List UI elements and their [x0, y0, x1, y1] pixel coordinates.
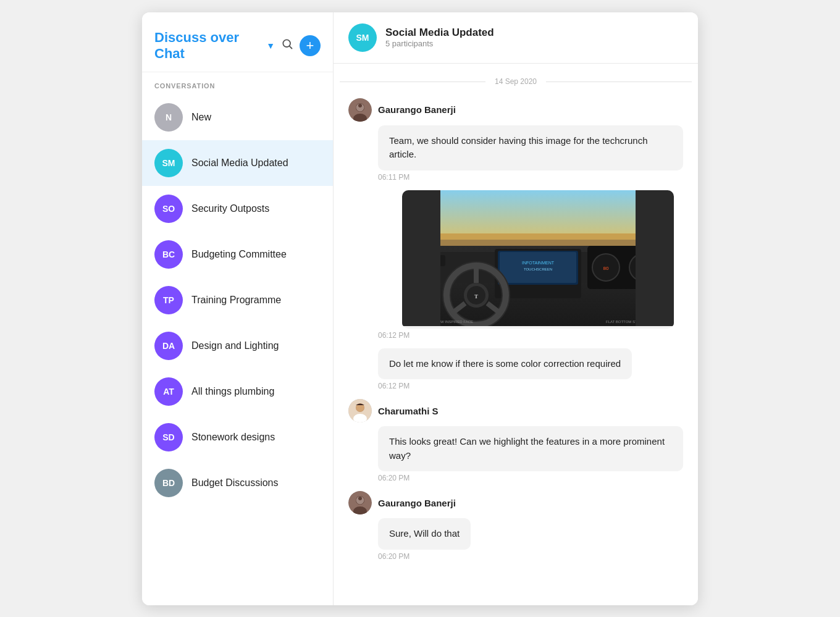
message-bubble: This looks great! Can we highlight the f… — [378, 426, 683, 471]
sidebar: Discuss over Chat ▼ + CONVERSATION NNewS… — [142, 12, 334, 605]
conversation-name: New — [191, 112, 211, 123]
message-group: Charumathi SThis looks great! Can we hig… — [334, 394, 698, 471]
sidebar-item-plumbing[interactable]: ATAll things plumbing — [142, 369, 333, 414]
svg-text:80: 80 — [603, 266, 608, 271]
message-bubble-row-image: ••• — [348, 190, 683, 329]
message-bubble-row: Sure, Will do that — [348, 518, 683, 550]
message-author-row: Gaurango Banerji — [348, 491, 683, 514]
sidebar-item-social-media[interactable]: SMSocial Media Updated — [142, 140, 333, 186]
conversation-section-label: CONVERSATION — [142, 72, 333, 94]
message-image-bubble: INFOTAINMENT TOUCHSCREEN T — [402, 190, 674, 329]
title-dropdown-arrow[interactable]: ▼ — [266, 41, 275, 51]
message-author-row: Gaurango Banerji — [348, 98, 683, 122]
conversation-name: Stonework designs — [191, 432, 275, 443]
message-group: Gaurango BanerjiTeam, we should consider… — [334, 93, 698, 170]
svg-rect-44 — [402, 190, 440, 326]
conversation-avatar: SD — [154, 423, 183, 451]
date-divider: 14 Sep 2020 — [334, 77, 698, 86]
svg-rect-45 — [636, 190, 674, 326]
chat-header: SM Social Media Updated 5 participants — [334, 12, 698, 64]
message-bubble-row: This looks great! Can we highlight the f… — [348, 426, 683, 471]
message-bubble: Sure, Will do that — [378, 518, 471, 550]
svg-text:T: T — [474, 293, 478, 300]
sidebar-item-budgeting[interactable]: BCBudgeting Committee — [142, 232, 333, 277]
conversation-name: All things plumbing — [191, 386, 274, 397]
message-group: Do let me know if there is some color co… — [334, 343, 698, 380]
chat-participants: 5 participants — [385, 39, 494, 48]
message-timestamp: 06:12 PM — [348, 330, 698, 343]
svg-point-6 — [358, 104, 362, 107]
message-author-row: Charumathi S — [348, 399, 683, 422]
chat-messages: 14 Sep 2020Gaurango BanerjiTeam, we shou… — [334, 64, 698, 605]
message-timestamp: 06:20 PM — [348, 472, 698, 486]
message-bubble: Do let me know if there is some color co… — [378, 348, 632, 380]
chat-header-info: Social Media Updated 5 participants — [385, 27, 494, 48]
sidebar-item-new[interactable]: NNew — [142, 94, 333, 140]
message-author-name: Charumathi S — [378, 406, 439, 416]
sidebar-header: Discuss over Chat ▼ + — [142, 12, 333, 72]
conversation-avatar: SO — [154, 195, 183, 223]
message-avatar — [348, 98, 372, 122]
sidebar-item-training[interactable]: TPTraining Programme — [142, 277, 333, 323]
add-conversation-button[interactable]: + — [300, 35, 321, 56]
message-avatar — [348, 491, 372, 514]
sidebar-item-stonework[interactable]: SDStonework designs — [142, 414, 333, 460]
conversation-avatar: SM — [154, 149, 183, 177]
sidebar-item-budget[interactable]: BDBudget Discussions — [142, 460, 333, 506]
message-author-name: Gaurango Banerji — [378, 104, 456, 115]
conversation-avatar: TP — [154, 286, 183, 314]
conversation-name: Social Media Updated — [191, 157, 288, 169]
message-group: Gaurango BanerjiSure, Will do that — [334, 486, 698, 550]
search-icon[interactable] — [281, 38, 293, 53]
message-bubble: Team, we should consider having this ima… — [378, 125, 683, 170]
conversation-name: Budgeting Committee — [191, 249, 287, 260]
chat-title: Social Media Updated — [385, 27, 494, 39]
conversation-name: Training Programme — [191, 295, 281, 306]
conversation-avatar: N — [154, 103, 183, 132]
conversation-avatar: AT — [154, 377, 183, 406]
svg-text:TOUCHSCREEN: TOUCHSCREEN — [524, 267, 552, 271]
chat-area: SM Social Media Updated 5 participants 1… — [334, 12, 698, 605]
message-author-name: Gaurango Banerji — [378, 498, 456, 508]
sidebar-item-design[interactable]: DADesign and Lighting — [142, 323, 333, 369]
sidebar-item-security[interactable]: SOSecurity Outposts — [142, 186, 333, 232]
message-timestamp: 06:12 PM — [348, 380, 698, 394]
conversation-avatar: BD — [154, 469, 183, 497]
svg-text:INFOTAINMENT: INFOTAINMENT — [522, 261, 555, 265]
message-bubble-row: Team, we should consider having this ima… — [348, 125, 683, 170]
app-container: Discuss over Chat ▼ + CONVERSATION NNewS… — [142, 12, 698, 605]
svg-point-54 — [358, 497, 362, 500]
conversation-avatar: DA — [154, 332, 183, 360]
svg-line-1 — [290, 46, 292, 49]
message-bubble-row: Do let me know if there is some color co… — [348, 348, 683, 380]
svg-rect-9 — [439, 240, 637, 246]
app-title: Discuss over Chat — [154, 30, 259, 62]
conversation-avatar: BC — [154, 240, 183, 269]
chat-header-avatar: SM — [348, 23, 377, 52]
conversation-list: NNewSMSocial Media UpdatedSOSecurity Out… — [142, 94, 333, 605]
message-group-image: ••• — [334, 185, 698, 329]
message-timestamp: 06:11 PM — [348, 172, 698, 185]
message-timestamp: 06:20 PM — [348, 551, 698, 565]
conversation-name: Design and Lighting — [191, 340, 279, 351]
conversation-name: Security Outposts — [191, 203, 269, 214]
message-avatar — [348, 399, 372, 422]
conversation-name: Budget Discussions — [191, 477, 279, 489]
